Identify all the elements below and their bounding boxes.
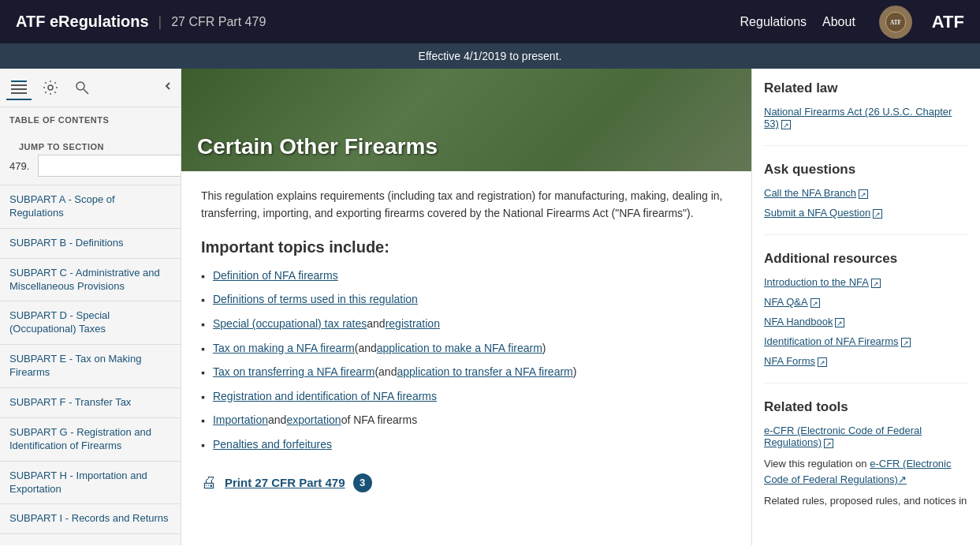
topic-link[interactable]: Tax on making a NFA firearm (213, 341, 355, 357)
external-link-icon: ↗ (873, 209, 882, 219)
print-link[interactable]: Print 27 CFR Part 479 (225, 476, 345, 489)
svg-rect-5 (11, 88, 27, 90)
external-link-icon: ↗ (824, 439, 833, 448)
header-divider: | (158, 13, 162, 30)
header-subtitle: 27 CFR Part 479 (171, 15, 266, 29)
topic-link[interactable]: application to transfer a NFA firearm (397, 365, 572, 380)
panel-link[interactable]: NFA Handbook↗ (764, 316, 968, 327)
brand-link[interactable]: ATF eRegulations (16, 13, 149, 31)
topic-link[interactable]: exportation (286, 413, 341, 428)
external-link-icon: ↗ (835, 318, 844, 327)
external-link-icon: ↗ (818, 357, 827, 367)
sidebar-item[interactable]: SUBPART E - Tax on Making Firearms (0, 345, 181, 388)
print-icon[interactable]: 🖨 (201, 473, 217, 492)
external-link-icon: ↗ (781, 120, 791, 129)
topic-link[interactable]: application to make a NFA firearm (377, 341, 542, 357)
topic-link[interactable]: registration (386, 316, 440, 332)
atf-logo: ATF (879, 6, 912, 39)
topic-text: (and (374, 365, 397, 380)
jump-input[interactable] (38, 155, 181, 177)
panel-section-title: Related tools (764, 399, 968, 415)
header-nav: Regulations About ATF ATF (740, 6, 964, 39)
panel-link[interactable]: National Firearms Act (26 U.S.C. Chapter… (764, 106, 968, 129)
external-link-icon: ↗ (898, 473, 907, 485)
hero-image: Certain Other Firearms (181, 69, 751, 171)
topic-text: ) (573, 365, 577, 380)
settings-icon[interactable] (38, 75, 63, 100)
external-link-icon: ↗ (901, 338, 911, 347)
svg-rect-4 (11, 84, 27, 86)
list-item: Registration and identification of NFA f… (201, 389, 732, 406)
print-section: 🖨 Print 27 CFR Part 479 3 (201, 473, 732, 492)
collapse-icon[interactable] (162, 80, 174, 96)
topic-link[interactable]: Importation (213, 413, 268, 428)
panel-link[interactable]: Introduction to the NFA↗ (764, 276, 968, 288)
jump-label: JUMP TO SECTION (9, 134, 171, 155)
panel-section: Additional resourcesIntroduction to the … (764, 251, 968, 384)
sidebar-item[interactable]: SUBPART I - Records and Returns (0, 504, 181, 534)
print-badge: 3 (353, 473, 372, 492)
topic-link[interactable]: Penalties and forfeitures (213, 437, 332, 453)
topic-text: ) (542, 341, 546, 357)
topic-link[interactable]: Registration and identification of NFA f… (213, 389, 437, 405)
effective-text: Effective 4/1/2019 to present. (419, 50, 562, 62)
intro-text: This regulation explains requirements (i… (201, 187, 732, 223)
external-link-icon: ↗ (871, 279, 881, 288)
atf-label: ATF (932, 12, 964, 32)
right-panel: Related lawNational Firearms Act (26 U.S… (751, 69, 980, 545)
panel-section: Ask questionsCall the NFA Branch↗Submit … (764, 162, 968, 235)
panel-link[interactable]: NFA Q&A↗ (764, 296, 968, 308)
panel-link[interactable]: NFA Forms↗ (764, 355, 968, 367)
list-item: Definition of NFA firearms (201, 268, 732, 285)
svg-rect-6 (11, 92, 27, 94)
external-link-icon: ↗ (859, 189, 868, 199)
panel-text: Related rules, proposed rules, and notic… (764, 493, 968, 509)
jump-section: JUMP TO SECTION 479. Go (0, 129, 181, 185)
svg-line-9 (84, 89, 88, 94)
panel-section: Related lawNational Firearms Act (26 U.S… (764, 80, 968, 146)
panel-section-title: Additional resources (764, 251, 968, 267)
topic-link[interactable]: Definition of NFA firearms (213, 268, 338, 284)
panel-link[interactable]: Submit a NFA Question↗ (764, 207, 968, 219)
panel-section-title: Related law (764, 80, 968, 96)
nav-about[interactable]: About (822, 15, 855, 29)
panel-link[interactable]: e-CFR (Electronic Code of Federal Regula… (764, 458, 951, 485)
list-item: Tax on making a NFA firearm (and applica… (201, 341, 732, 357)
sidebar-item[interactable]: SUBPART F - Transfer Tax (0, 388, 181, 418)
important-heading: Important topics include: (201, 238, 732, 256)
svg-point-8 (76, 82, 84, 90)
effective-banner: Effective 4/1/2019 to present. (0, 43, 980, 69)
svg-text:ATF: ATF (890, 19, 902, 26)
svg-rect-3 (11, 80, 27, 82)
sidebar-item[interactable]: SUBPART D - Special (Occupational) Taxes (0, 301, 181, 345)
topic-text: of NFA firearms (341, 413, 417, 428)
topic-link[interactable]: Special (occupational) tax rates (213, 316, 367, 332)
panel-link[interactable]: Identification of NFA Firearms↗ (764, 335, 968, 347)
search-icon[interactable] (69, 75, 95, 100)
panel-text: View this regulation on e-CFR (Electroni… (764, 456, 968, 487)
toc-label: TABLE OF CONTENTS (0, 107, 181, 129)
panel-section: Related toolse-CFR (Electronic Code of F… (764, 399, 968, 517)
sidebar-item[interactable]: SUBPART B - Definitions (0, 229, 181, 259)
topic-list: Definition of NFA firearmsDefinitions of… (201, 268, 732, 454)
toc-icon[interactable] (6, 75, 32, 100)
sidebar-item[interactable]: SUBPART C - Administrative and Miscellan… (0, 259, 181, 302)
topic-link[interactable]: Tax on transferring a NFA firearm (213, 365, 374, 380)
topic-text: and (268, 413, 286, 428)
sidebar-item[interactable]: SUBPART H - Importation and Exportation (0, 462, 181, 505)
sidebar-item[interactable]: SUBPART A - Scope of Regulations (0, 185, 181, 229)
topic-link[interactable]: Definitions of terms used in this regula… (213, 292, 418, 308)
sidebar-item[interactable]: SUBPART G - Registration and Identificat… (0, 418, 181, 462)
panel-link[interactable]: e-CFR (Electronic Code of Federal Regula… (764, 425, 968, 448)
external-link-icon: ↗ (810, 298, 820, 308)
list-item: Tax on transferring a NFA firearm (and a… (201, 365, 732, 381)
topic-text: and (367, 316, 385, 332)
layout: TABLE OF CONTENTS JUMP TO SECTION 479. G… (0, 69, 980, 545)
svg-point-7 (48, 85, 53, 90)
nav-regulations[interactable]: Regulations (740, 15, 807, 29)
header: ATF eRegulations | 27 CFR Part 479 Regul… (0, 0, 980, 43)
topic-text: (and (355, 341, 377, 357)
content-body: This regulation explains requirements (i… (181, 171, 751, 508)
list-item: Penalties and forfeitures (201, 437, 732, 454)
panel-link[interactable]: Call the NFA Branch↗ (764, 187, 968, 199)
